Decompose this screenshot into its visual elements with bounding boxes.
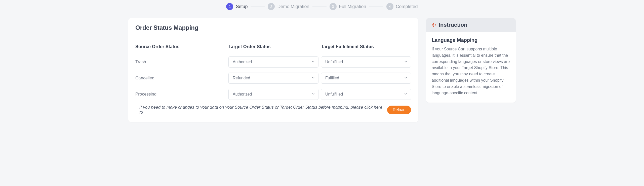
target-fulfillment-status-select[interactable]: Fulfilled (321, 73, 411, 84)
select-value: Unfulfilled (325, 60, 343, 64)
step-number: 4 (386, 3, 393, 10)
svg-rect-0 (432, 24, 433, 25)
chevron-down-icon (312, 76, 315, 80)
mapping-footer: If you need to make changes to your data… (135, 105, 411, 115)
wizard-stepper: 1 Setup 2 Demo Migration 3 Full Migratio… (128, 3, 516, 10)
source-status-label: Cancelled (135, 76, 226, 81)
source-status-label: Processing (135, 92, 226, 97)
chevron-down-icon (404, 76, 407, 80)
instruction-icon (432, 23, 436, 27)
step-setup[interactable]: 1 Setup (226, 3, 248, 10)
step-number: 2 (268, 3, 275, 10)
target-order-status-select[interactable]: Refunded (228, 73, 318, 84)
chevron-down-icon (312, 92, 315, 97)
target-order-status-select[interactable]: Authorized (228, 89, 318, 100)
select-value: Fulfilled (325, 76, 339, 80)
instruction-sidebar: Instruction Language Mapping If your Sou… (426, 18, 516, 103)
sidebar-title: Instruction (439, 22, 467, 28)
select-value: Unfulfilled (325, 92, 343, 97)
select-value: Authorized (233, 60, 252, 64)
sidebar-header: Instruction (426, 18, 516, 32)
chevron-down-icon (312, 60, 315, 64)
target-fulfillment-status-select[interactable]: Unfulfilled (321, 56, 411, 68)
step-label: Full Migration (339, 4, 366, 9)
step-label: Completed (396, 4, 418, 9)
card-header: Order Status Mapping (128, 18, 418, 37)
svg-rect-2 (433, 23, 434, 24)
step-number: 1 (226, 3, 233, 10)
column-header-target-fulfillment: Target Fulfillment Status (321, 44, 411, 51)
step-number: 3 (330, 3, 337, 10)
svg-rect-3 (433, 26, 434, 27)
mapping-grid: Source Order Status Target Order Status … (135, 44, 411, 100)
step-completed[interactable]: 4 Completed (386, 3, 418, 10)
chevron-down-icon (404, 60, 407, 64)
step-label: Setup (236, 4, 248, 9)
select-value: Authorized (233, 92, 252, 97)
reload-button[interactable]: Reload (387, 106, 411, 114)
sidebar-subheading: Language Mapping (432, 37, 510, 43)
step-demo-migration[interactable]: 2 Demo Migration (268, 3, 309, 10)
select-value: Refunded (233, 76, 250, 80)
step-divider (251, 7, 265, 7)
svg-rect-1 (435, 24, 436, 25)
step-label: Demo Migration (277, 4, 309, 9)
sidebar-text: If your Source Cart supports multiple la… (432, 46, 510, 96)
column-header-source: Source Order Status (135, 44, 226, 51)
column-header-target-order: Target Order Status (228, 44, 318, 51)
step-divider (312, 7, 327, 7)
source-status-label: Trash (135, 59, 226, 65)
target-order-status-select[interactable]: Authorized (228, 56, 318, 68)
footer-note: If you need to make changes to your data… (139, 105, 383, 115)
step-full-migration[interactable]: 3 Full Migration (330, 3, 366, 10)
step-divider (369, 7, 383, 7)
card-title: Order Status Mapping (135, 24, 411, 31)
target-fulfillment-status-select[interactable]: Unfulfilled (321, 89, 411, 100)
chevron-down-icon (404, 92, 407, 97)
svg-rect-4 (433, 24, 434, 25)
order-status-mapping-card: Order Status Mapping Source Order Status… (128, 18, 418, 122)
